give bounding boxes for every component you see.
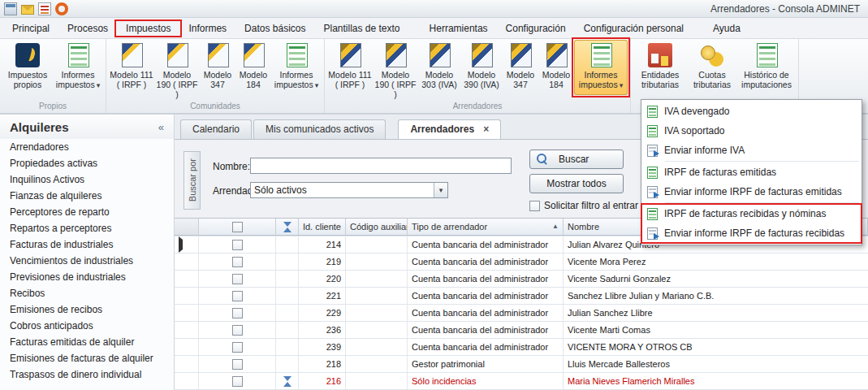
solicitar-filtro-checkbox[interactable] [529,201,540,211]
column-header-tipo-arrendador[interactable]: Tipo de arrendador▲ [408,219,564,236]
row-select-cell[interactable] [199,271,276,287]
column-header-codigo-auxiliar[interactable]: Código auxiliar [346,219,408,236]
collapse-sidebar-icon[interactable] [158,121,164,133]
menu-item-irpf-facturas-recibidas[interactable]: IRPF de facturas recibidas y nóminas [642,204,861,223]
sidebar-item-recibos[interactable]: Recibos [0,285,174,301]
sidebar-item-propiedades-activas[interactable]: Propiedades activas [0,155,174,171]
close-icon[interactable] [483,124,489,135]
sidebar-item-arrendadores[interactable]: Arrendadores [0,139,174,155]
row-select-cell[interactable] [199,305,276,321]
menu-item-iva-devengado[interactable]: IVA devengado [642,102,861,121]
row-select-cell[interactable] [199,322,276,338]
window-icon[interactable] [4,2,17,15]
row-checkbox[interactable] [232,342,243,353]
sidebar-item-traspasos[interactable]: Traspasos de dinero individual [0,366,174,383]
row-checkbox[interactable] [232,359,243,370]
impuestos-propios-button[interactable]: Impuestos propios [2,40,53,95]
tab-informes[interactable]: Informes [179,20,235,37]
table-row[interactable]: 221 Cuenta bancaria del administrador Sa… [175,288,868,305]
tab-mis-comunicados-activos[interactable]: Mis comunicados activos [253,119,386,139]
tab-plantillas-de-texto[interactable]: Plantillas de texto [314,20,408,37]
modelo-111-comunidades-button[interactable]: Modelo 111 ( IRPF ) [109,40,154,95]
row-checkbox[interactable] [232,325,243,336]
row-select-cell[interactable] [199,254,276,270]
row-checkbox[interactable] [232,240,243,250]
informes-impuestos-arrendadores-button[interactable]: Informes impuestos [574,40,628,95]
sidebar-item-inquilinos-activos[interactable]: Inquilinos Activos [0,171,174,188]
tab-calendario[interactable]: Calendario [180,119,252,139]
sidebar-item-previsiones[interactable]: Previsiones de industriales [0,269,174,285]
historico-imputaciones-button[interactable]: Histórico de imputaciones [737,40,796,95]
tab-configuracion-personal[interactable]: Configuración personal [575,20,693,37]
menu-item-enviar-informe-irpf-emitidas[interactable]: Enviar informe IRPF de facturas emitidas [642,182,861,202]
select-all-header[interactable] [199,219,276,236]
sidebar-item-emisiones-recibos[interactable]: Emisiones de recibos [0,301,174,318]
row-select-cell[interactable] [199,288,276,304]
row-checkbox[interactable] [232,291,243,301]
record-icon[interactable] [55,2,68,15]
row-checkbox[interactable] [232,376,243,387]
row-checkbox[interactable] [232,308,243,318]
row-select-cell[interactable] [199,373,276,389]
chevron-down-icon[interactable] [434,183,447,197]
modelo-190-arrendadores-button[interactable]: Modelo 190 ( IRPF ) [373,40,418,101]
table-row[interactable]: 220 Cuenta bancaria del administrador Vi… [175,271,868,288]
modelo-190-comunidades-button[interactable]: Modelo 190 ( IRPF ) [154,40,200,101]
table-row[interactable]: 229 Cuenta bancaria del administrador Ju… [175,305,868,322]
informes-impuestos-comunidades-button[interactable]: Informes impuestos [271,40,322,95]
incidencias-column-header[interactable] [276,219,299,236]
sidebar-item-facturas-emitidas[interactable]: Facturas emitidas de alquiler [0,334,174,350]
search-icon [537,154,547,165]
sidebar-item-cobros-anticipados[interactable]: Cobros anticipados [0,318,174,334]
informes-impuestos-propios-button[interactable]: Informes impuestos [53,40,103,95]
modelo-347-comunidades-button[interactable]: Modelo 347 [200,40,235,95]
select-all-checkbox[interactable] [232,222,243,232]
sidebar-item-perceptores[interactable]: Perceptores de reparto [0,204,174,220]
tab-impuestos[interactable]: Impuestos [117,20,179,37]
buscar-button[interactable]: Buscar [529,150,624,169]
modelo-303-arrendadores-button[interactable]: Modelo 303 (IVA) [418,40,460,95]
tab-ayuda[interactable]: Ayuda [704,20,749,37]
table-row[interactable]: 239 Cuenta bancaria del administrador VI… [175,339,868,356]
table-row[interactable]: 216 Sólo incidencias Maria Nieves Flamer… [175,373,868,390]
table-row[interactable]: 236 Cuenta bancaria del administrador Vi… [175,322,868,339]
mail-icon[interactable] [21,5,34,15]
modelo-184-arrendadores-button[interactable]: Modelo 184 [538,40,574,95]
cuotas-tributarias-button[interactable]: Cuotas tributarias [687,40,737,95]
entidades-tributarias-button[interactable]: Entidades tributarias [633,40,687,95]
tab-procesos[interactable]: Procesos [58,20,117,37]
modelo-347-arrendadores-button[interactable]: Modelo 347 [503,40,538,95]
menu-item-irpf-facturas-emitidas[interactable]: IRPF de facturas emitidas [642,162,861,182]
table-row[interactable]: 219 Cuenta bancaria del administrador Vi… [175,254,868,271]
menu-item-enviar-informe-irpf-recibidas[interactable]: Enviar informe IRPF de facturas recibida… [642,223,861,243]
tab-herramientas[interactable]: Herramientas [421,20,497,37]
row-checkbox[interactable] [232,257,243,267]
notes-icon[interactable] [38,2,51,15]
solicitar-filtro-row: Solicitar filtro al entrar [529,200,638,211]
sidebar-item-vencimientos[interactable]: Vencimientos de industriales [0,253,174,269]
cell-aux [346,305,408,321]
tab-configuracion[interactable]: Configuración [497,20,575,37]
row-checkbox[interactable] [232,274,243,284]
tab-datos-basicos[interactable]: Datos básicos [235,20,314,37]
sidebar-item-fianzas[interactable]: Fianzas de alquileres [0,188,174,204]
column-header-id-cliente[interactable]: Id. cliente [299,219,346,236]
tab-arrendadores[interactable]: Arrendadores [398,119,501,139]
row-select-cell[interactable] [199,356,276,372]
modelo-111-arrendadores-button[interactable]: Modelo 111 ( IRPF ) [327,40,373,95]
arrendadores-select[interactable]: Sólo activos [250,182,448,198]
menu-item-enviar-informe-iva[interactable]: Enviar informe IVA [642,141,861,160]
row-select-cell[interactable] [199,236,276,253]
menu-item-iva-soportado[interactable]: IVA soportado [642,121,861,141]
sidebar-item-emisiones-facturas[interactable]: Emisiones de facturas de alquiler [0,350,174,366]
nombre-input[interactable] [250,158,512,174]
historico-imputaciones-label: Histórico de imputaciones [738,70,795,89]
tab-principal[interactable]: Principal [3,20,58,37]
modelo-184-comunidades-button[interactable]: Modelo 184 [235,40,271,95]
modelo-390-arrendadores-button[interactable]: Modelo 390 (IVA) [460,40,503,95]
mostrar-todos-button[interactable]: Mostrar todos [529,174,624,193]
table-row[interactable]: 218 Gestor patrimonial Lluis Mercade Bal… [175,356,868,373]
sidebar-item-facturas-industriales[interactable]: Facturas de industriales [0,236,174,253]
sidebar-item-repartos[interactable]: Repartos a perceptores [0,220,174,236]
row-select-cell[interactable] [199,339,276,355]
